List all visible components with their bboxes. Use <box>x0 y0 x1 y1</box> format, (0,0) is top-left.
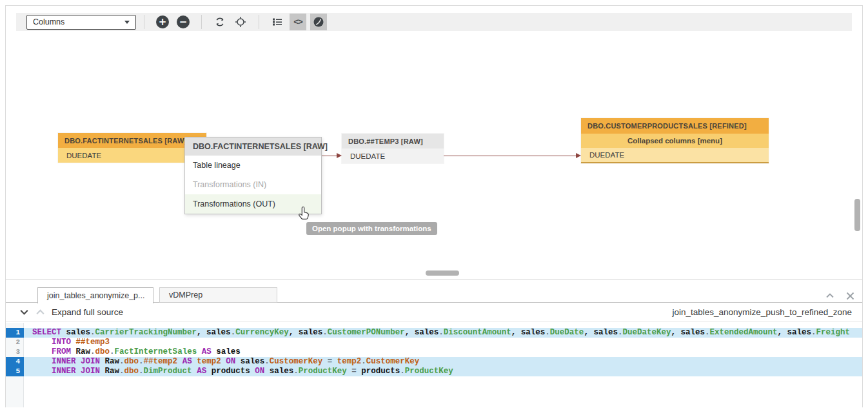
code-line-4[interactable]: 4 INNER JOIN Raw.dbo.##temp2 AS temp2 ON… <box>6 357 862 367</box>
node-title[interactable]: DBO.##TEMP3 [RAW] <box>342 134 444 148</box>
code-icon: <> <box>293 17 302 27</box>
contrast-icon <box>313 16 324 28</box>
code-line-1[interactable]: 1SELECT sales.CarrierTrackingNumber, sal… <box>6 328 862 338</box>
close-icon <box>845 291 855 301</box>
crosshair-icon <box>235 16 246 28</box>
chevron-up-icon <box>35 307 46 318</box>
node-column-duedate[interactable]: DUEDATE <box>581 148 769 162</box>
canvas-vertical-scrollbar[interactable] <box>854 199 860 231</box>
columns-dropdown[interactable]: Columns <box>26 15 136 30</box>
line-number: 5 <box>6 367 24 376</box>
menu-item-table-lineage[interactable]: Table lineage <box>185 156 321 175</box>
node-temp3[interactable]: DBO.##TEMP3 [RAW] DUEDATE <box>342 134 444 163</box>
plus-icon: + <box>156 15 169 28</box>
context-menu-title: DBO.FACTINTERNETSALES [RAW] <box>185 138 321 156</box>
code-line-3[interactable]: 3 FROM Raw.dbo.FactInternetSales AS sale… <box>6 347 862 357</box>
tab-join-tables-anonymize[interactable]: join_tables_anonymize_p... <box>37 287 153 303</box>
node-customerproductsales[interactable]: DBO.CUSTOMERPRODUCTSALES [REFINED] Colla… <box>581 118 769 163</box>
line-number: 2 <box>6 338 24 347</box>
line-number: 1 <box>6 328 24 338</box>
toolbar-separator <box>201 15 202 29</box>
code-view-button[interactable]: <> <box>290 14 306 30</box>
lineage-edge <box>444 156 576 156</box>
expand-full-source-link[interactable]: Expand full source <box>52 307 123 317</box>
close-panel-button[interactable] <box>844 290 856 301</box>
sql-line-text: INNER JOIN Raw.dbo.##temp2 AS temp2 ON s… <box>24 357 862 367</box>
refresh-icon <box>214 16 226 28</box>
sql-line-text: INNER JOIN Raw.dbo.DimProduct AS product… <box>24 367 862 376</box>
list-icon <box>271 16 283 28</box>
canvas-horizontal-scrollbar[interactable] <box>426 270 459 276</box>
chevron-down-icon <box>124 21 130 24</box>
chevron-up-icon <box>825 291 835 301</box>
lineage-edge <box>322 156 337 156</box>
line-number: 4 <box>6 357 24 367</box>
tab-vdmprep[interactable]: vDMPrep <box>159 287 277 303</box>
node-title[interactable]: DBO.CUSTOMERPRODUCTSALES [REFINED] <box>581 118 769 134</box>
hand-cursor-icon <box>297 205 312 222</box>
tooltip: Open popup with transformations <box>306 222 437 235</box>
scroll-up-button[interactable] <box>34 307 46 318</box>
line-number: 3 <box>6 347 24 357</box>
code-line-5[interactable]: 5 INNER JOIN Raw.dbo.DimProduct AS produ… <box>6 367 862 376</box>
chevron-down-icon <box>19 307 30 318</box>
contrast-toggle-button[interactable] <box>310 14 327 30</box>
panel-divider <box>6 280 862 280</box>
code-lines: 1SELECT sales.CarrierTrackingNumber, sal… <box>6 328 862 376</box>
zoom-in-button[interactable]: + <box>154 14 171 30</box>
code-line-2[interactable]: 2 INTO ##temp3 <box>6 338 862 347</box>
lineage-arrowhead-icon <box>337 153 342 158</box>
list-view-button[interactable] <box>269 14 286 30</box>
minus-icon: − <box>177 15 190 28</box>
collapse-panel-button[interactable] <box>824 290 836 301</box>
diagram-toolbar: Columns + − <> <box>16 13 852 31</box>
toolbar-separator <box>144 15 144 29</box>
collapsed-columns-menu[interactable]: Collapsed columns [menu] <box>581 134 769 148</box>
fit-to-screen-button[interactable] <box>232 14 249 30</box>
refresh-button[interactable] <box>212 14 228 30</box>
sql-line-text: FROM Raw.dbo.FactInternetSales AS sales <box>24 347 862 357</box>
sql-line-text: SELECT sales.CarrierTrackingNumber, sale… <box>24 328 862 338</box>
node-column-duedate[interactable]: DUEDATE <box>342 148 444 163</box>
code-header-row: Expand full source join_tables_anonymize… <box>6 303 862 322</box>
toolbar-separator <box>259 15 259 29</box>
zoom-out-button[interactable]: − <box>175 14 192 30</box>
sql-code-editor[interactable]: 1SELECT sales.CarrierTrackingNumber, sal… <box>6 323 862 407</box>
lineage-arrowhead-icon <box>576 153 581 158</box>
columns-dropdown-label: Columns <box>33 17 64 26</box>
sql-line-text: INTO ##temp3 <box>24 338 862 347</box>
scroll-down-button[interactable] <box>18 307 30 318</box>
source-script-name: join_tables_anonymize_push_to_refined_zo… <box>673 307 852 317</box>
menu-item-transformations-in[interactable]: Transformations (IN) <box>185 175 321 194</box>
context-menu: DBO.FACTINTERNETSALES [RAW] Table lineag… <box>184 137 322 214</box>
